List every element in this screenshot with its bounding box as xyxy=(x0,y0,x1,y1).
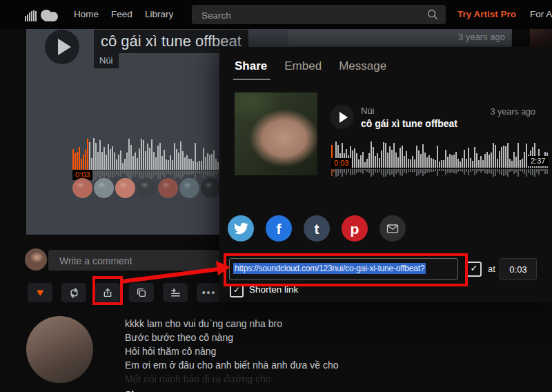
dialog-track-title: cô gái xì tune offbeat xyxy=(361,118,457,129)
like-button[interactable]: ♥ xyxy=(28,283,52,302)
dialog-track-artist: Núi xyxy=(361,106,375,116)
dialog-waveform[interactable] xyxy=(331,141,551,177)
nav-item-feed[interactable]: Feed xyxy=(111,9,132,19)
tab-embed[interactable]: Embed xyxy=(284,59,322,73)
dialog-play-button[interactable] xyxy=(330,105,354,129)
comment-line: Bước bước theo cô nàng xyxy=(125,331,338,344)
comment-line: Em ơi em ở đâu cho anh biết nhà anh đưa … xyxy=(125,358,338,372)
nav-item-home[interactable]: Home xyxy=(74,9,99,19)
repost-button[interactable] xyxy=(61,283,86,302)
add-to-next-up-button[interactable] xyxy=(163,283,188,302)
share-button[interactable] xyxy=(95,283,120,302)
tumblr-icon: t xyxy=(315,222,319,236)
for-artists-link[interactable]: For A xyxy=(530,9,552,19)
dialog-tabs: Share Embed Message xyxy=(235,59,386,73)
copy-button[interactable] xyxy=(129,283,154,302)
at-checkbox[interactable] xyxy=(466,262,482,277)
more-button[interactable]: ••• xyxy=(197,283,221,302)
add-to-next-up-icon xyxy=(170,287,181,299)
dialog-posted-time: 3 years ago xyxy=(491,107,535,117)
comment-body: kkkk lam cho vui du`ng cang nha bro Bước… xyxy=(125,317,338,392)
comment-line: Hỏi hỏi thăm cô nàng xyxy=(125,344,338,358)
play-button[interactable] xyxy=(45,30,79,64)
repost-icon xyxy=(68,287,80,299)
shorten-link-label: Shorten link xyxy=(249,284,298,295)
commenter-avatar[interactable] xyxy=(26,316,93,383)
facebook-icon: f xyxy=(277,222,282,236)
heart-icon: ♥ xyxy=(37,287,43,298)
pinterest-icon: p xyxy=(351,222,359,236)
play-icon xyxy=(339,112,348,123)
email-icon xyxy=(386,222,400,235)
tumblr-share-button[interactable]: t xyxy=(304,215,330,242)
share-dialog: Share Embed Message Núi cô gái xì tune o… xyxy=(219,47,552,302)
nav-item-library[interactable]: Library xyxy=(145,9,173,19)
comment-line: kkkk lam cho vui du`ng cang nha bro xyxy=(125,317,338,331)
search-input[interactable] xyxy=(200,5,424,26)
at-time-input[interactable]: 0:03 xyxy=(500,258,537,280)
more-icon: ••• xyxy=(202,289,217,296)
pinterest-share-button[interactable]: p xyxy=(342,215,368,242)
shorten-link-checkbox[interactable] xyxy=(230,284,244,297)
dialog-elapsed-label: 0:03 xyxy=(331,158,351,168)
facebook-share-button[interactable]: f xyxy=(266,215,292,242)
soundcloud-logo[interactable] xyxy=(25,6,62,23)
dialog-duration-label: 2:37 xyxy=(528,156,548,166)
track-artwork xyxy=(235,92,317,175)
comment-line-faded: Mốt nói mình bảo đi ra đường cho xyxy=(125,372,338,386)
share-icon xyxy=(102,287,113,298)
copy-icon xyxy=(136,287,147,298)
top-nav: Home Feed Library Try Artist Pro For A xyxy=(0,0,552,29)
twitter-icon xyxy=(234,222,248,235)
tab-share[interactable]: Share xyxy=(235,59,267,73)
try-artist-pro-link[interactable]: Try Artist Pro xyxy=(457,9,516,19)
active-tab-underline xyxy=(233,79,270,80)
play-icon xyxy=(58,39,71,55)
email-share-button[interactable] xyxy=(379,215,406,242)
twitter-share-button[interactable] xyxy=(228,215,254,242)
show-more-link[interactable]: Show more xyxy=(125,388,338,392)
search-icon[interactable] xyxy=(426,8,439,21)
user-avatar[interactable] xyxy=(25,248,47,271)
track-artist[interactable]: Núi xyxy=(94,53,119,68)
share-link-input[interactable]: https://soundcloud.com/123nui/co-gai-xi-… xyxy=(229,258,458,280)
at-label: at xyxy=(488,264,495,274)
posted-time: 3 years ago xyxy=(458,32,505,42)
social-share-row: f t p xyxy=(228,215,406,242)
tab-message[interactable]: Message xyxy=(339,59,386,73)
share-link-selected-text: https://soundcloud.com/123nui/co-gai-xi-… xyxy=(233,263,426,274)
search-box xyxy=(192,5,446,24)
